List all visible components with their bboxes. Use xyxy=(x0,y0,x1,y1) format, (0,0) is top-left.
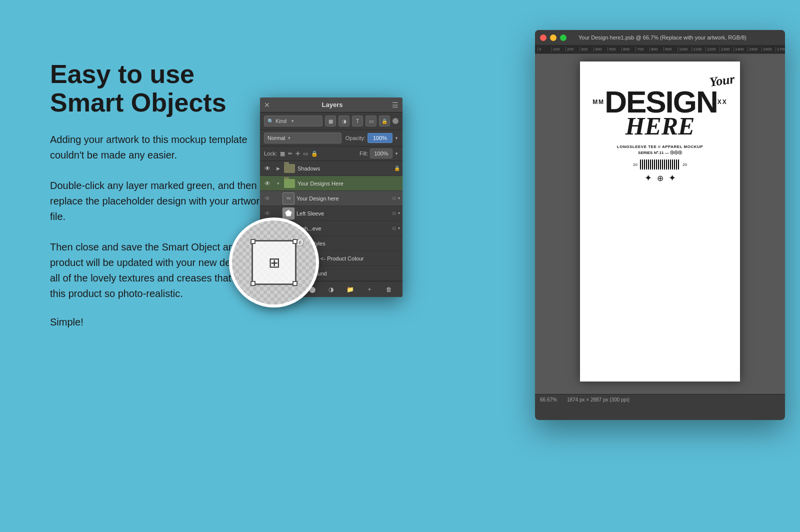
blend-mode-select[interactable]: Normal ▼ xyxy=(264,132,342,144)
layer-visibility-your-designs[interactable]: 👁 xyxy=(262,178,272,188)
filter-search[interactable]: 🔍 Kind ▼ xyxy=(264,116,322,126)
ruler-mark: 400 xyxy=(594,47,608,52)
ruler-mark: 900 xyxy=(664,47,678,52)
ruler-mark: 1400 xyxy=(734,47,748,52)
lock-label: Lock: xyxy=(264,150,277,156)
layer-name-product-colour: <- Product Colour xyxy=(320,256,400,262)
filter-dropdown-icon: ▼ xyxy=(290,119,294,124)
ruler-mark: 600 xyxy=(622,47,636,52)
fill-input[interactable]: 100% xyxy=(370,148,392,158)
layer-row-your-designs[interactable]: 👁 ▾ Your Designs Here xyxy=(260,176,402,191)
para2: Double-click any layer marked green, and… xyxy=(50,178,275,224)
layer-thumb-shadows xyxy=(284,162,296,174)
smart-obj-icon-left-sleeve: ⊙ xyxy=(392,210,396,216)
layer-thumb-design-here: Yo xyxy=(282,192,294,204)
ruler-mark: 1100 xyxy=(692,47,706,52)
lock-checkerboard-icon[interactable]: ▦ xyxy=(280,150,285,157)
canvas-content: Your MM DESIGN XX HERE LONGSLEEVE TEE //… xyxy=(580,62,740,382)
layers-titlebar: ✕ Layers ☰ xyxy=(260,98,402,112)
design-subtitle-block: LONGSLEEVE TEE // APPAREL MOCKUP SERIES … xyxy=(617,144,703,156)
barcode xyxy=(640,160,680,170)
para1: Adding your artwork to this mockup templ… xyxy=(50,132,275,163)
smart-obj-icon-right-sleeve: ⊙ xyxy=(392,226,396,231)
filter-toggle[interactable] xyxy=(392,118,398,124)
filter-adjustment-icon[interactable]: ◑ xyxy=(338,116,350,126)
ruler-mark: 1200 xyxy=(706,47,720,52)
ps-window-title: Your Design here1.psb @ 66.7% (Replace w… xyxy=(545,34,780,40)
ruler-mark: 1700 xyxy=(776,47,785,52)
layer-name-your-designs: Your Designs Here xyxy=(298,180,400,186)
star-left-icon: ✦ xyxy=(644,172,652,184)
filter-smart-icon[interactable]: 🔒 xyxy=(379,116,390,126)
layer-thumb-left-sleeve: ⬟ xyxy=(282,208,294,220)
smart-obj-icon-design: ⊙ xyxy=(392,196,396,201)
layer-row-shadows[interactable]: 👁 ▶ Shadows 🔒 xyxy=(260,161,402,176)
para4: Simple! xyxy=(50,316,275,328)
opacity-label: Opacity: xyxy=(346,135,366,141)
group-layers-button[interactable]: 📁 xyxy=(344,284,356,296)
layer-name-left-sleeve: Left Sleeve xyxy=(296,210,390,216)
ruler-mark: 500 xyxy=(608,47,622,52)
delete-layer-button[interactable]: 🗑 xyxy=(383,284,395,296)
layer-visibility-design-here[interactable]: 👁 xyxy=(262,194,272,204)
layer-expand-your-designs[interactable]: ▾ xyxy=(274,180,282,187)
title-line2: Smart Objects xyxy=(50,88,226,117)
main-title: Easy to use Smart Objects xyxy=(50,60,275,117)
layer-lock-shadows: 🔒 xyxy=(394,166,400,171)
ps-statusbar: 66.67% 1874 px × 2887 px (300 ppi) xyxy=(535,394,785,405)
lock-move-icon[interactable]: ✛ xyxy=(296,150,300,157)
filter-shape-icon[interactable]: ▭ xyxy=(366,116,376,126)
ruler-mark: 0 xyxy=(538,47,552,52)
layer-thumb-your-designs xyxy=(284,178,296,190)
filter-pixel-icon[interactable]: ▦ xyxy=(325,116,336,126)
design-series: SERIES Nº.11 — ⓢⓞⓢ xyxy=(617,150,703,156)
globe-icon: ⊕ xyxy=(657,174,664,183)
canvas-inner: Your MM DESIGN XX HERE LONGSLEEVE TEE //… xyxy=(580,62,740,382)
ruler-mark: 700 xyxy=(636,47,650,52)
filter-text-icon[interactable]: T xyxy=(352,116,363,126)
zoom-level: 66.67% xyxy=(540,397,557,402)
layers-filter-row: 🔍 Kind ▼ ▦ ◑ T ▭ 🔒 xyxy=(260,112,402,130)
layers-title: Layers xyxy=(272,101,392,108)
filter-kind-label: Kind xyxy=(276,118,286,124)
title-line1: Easy to use xyxy=(50,60,194,88)
barcode-row: 20 20 xyxy=(633,160,687,170)
smart-object-inner: ⊞ Yo xyxy=(232,220,316,304)
lock-artboard-icon[interactable]: ▭ xyxy=(303,150,308,157)
blend-mode-arrow: ▼ xyxy=(287,136,291,140)
smart-obj-embedded-icon: ⊞ xyxy=(268,254,280,271)
layer-expand-shadows[interactable]: ▶ xyxy=(274,165,282,172)
smart-object-box: ⊞ xyxy=(252,240,296,285)
photoshop-window: Your Design here1.psb @ 66.7% (Replace w… xyxy=(535,30,785,420)
fill-row: Fill: 100% ▼ xyxy=(360,148,398,158)
ps-titlebar: Your Design here1.psb @ 66.7% (Replace w… xyxy=(535,30,785,45)
layers-close-icon[interactable]: ✕ xyxy=(264,101,270,109)
canvas-dimensions: 1874 px × 2887 px (300 ppi) xyxy=(567,397,630,402)
blend-mode-value: Normal xyxy=(268,135,285,141)
ruler-mark: 300 xyxy=(580,47,594,52)
opacity-input[interactable]: 100% xyxy=(368,133,392,143)
lock-all-icon[interactable]: 🔒 xyxy=(311,150,318,157)
smart-object-zoom-circle: ⊞ Yo xyxy=(229,218,319,308)
layers-lock-row: Lock: ▦ ✏ ✛ ▭ 🔒 Fill: 100% ▼ xyxy=(260,146,402,161)
layer-name-shadows: Shadows xyxy=(298,166,392,172)
new-layer-button[interactable]: ＋ xyxy=(364,284,376,296)
sleeve-thumb: ⬟ xyxy=(285,208,292,218)
corner-bl xyxy=(250,281,256,286)
opacity-row: Opacity: 100% ▼ xyxy=(346,133,398,143)
design-here: HERE xyxy=(626,114,695,138)
layer-name-design-here: Your Design here xyxy=(296,196,390,202)
layer-visibility-left-sleeve[interactable]: 👁 xyxy=(262,208,272,218)
layer-row-your-design-here[interactable]: 👁 Yo Your Design here ⊙ ▾ xyxy=(260,191,402,206)
fill-arrow: ▼ xyxy=(394,152,398,156)
fill-label: Fill: xyxy=(360,150,368,156)
ruler-mark: 200 xyxy=(566,47,580,52)
folder-icon-your-designs xyxy=(284,179,295,188)
adjustment-layer-button[interactable]: ◑ xyxy=(325,284,337,296)
ps-canvas-area: Your MM DESIGN XX HERE LONGSLEEVE TEE //… xyxy=(535,54,785,394)
layer-visibility-shadows[interactable]: 👁 xyxy=(262,164,272,174)
corner-br xyxy=(292,281,298,286)
lock-brush-icon[interactable]: ✏ xyxy=(288,150,292,157)
layers-menu-icon[interactable]: ☰ xyxy=(392,101,398,109)
design-subtitle: LONGSLEEVE TEE // APPAREL MOCKUP xyxy=(617,144,703,149)
